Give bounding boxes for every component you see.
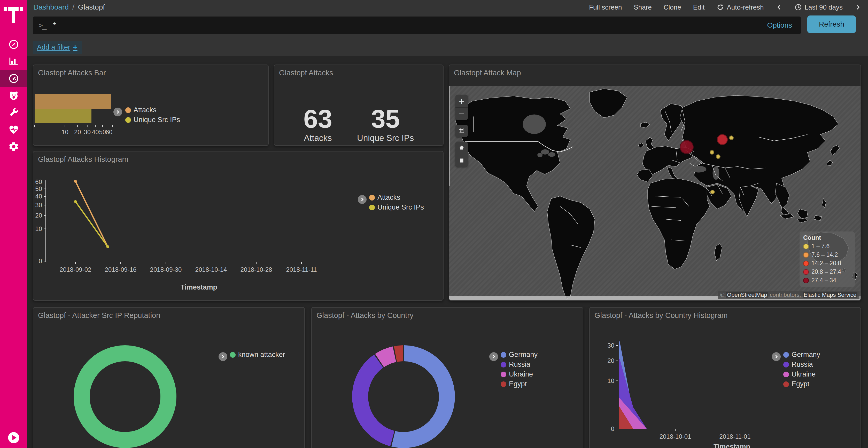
chevron-right-icon: [116, 110, 120, 114]
svg-text:2018-11-11: 2018-11-11: [286, 266, 317, 273]
map-draw-rectangle-button[interactable]: [456, 154, 468, 167]
legend-label: Unique Src IPs: [377, 203, 424, 211]
legend-color-dot: [803, 278, 809, 283]
telekom-logo[interactable]: [4, 4, 23, 26]
area-chart-plot[interactable]: 01020302018-10-012018-11-01Timestamp: [590, 308, 861, 448]
svg-text:60: 60: [106, 129, 113, 136]
time-range-picker[interactable]: Last 90 days: [795, 3, 843, 11]
line-chart-plot[interactable]: 01020304050602018-09-022018-09-162018-09…: [33, 151, 443, 300]
crop-icon: [458, 128, 465, 134]
world-map: [449, 86, 861, 300]
sidebar-expand-button[interactable]: [0, 429, 27, 446]
plus-icon: +: [73, 43, 78, 51]
map-zoom-in-button[interactable]: +: [456, 95, 468, 108]
legend-color-dot: [803, 269, 809, 275]
legend-item-ukraine[interactable]: Ukraine: [783, 370, 815, 378]
sidebar-item-dashboard-gauge[interactable]: [0, 70, 27, 87]
refresh-button[interactable]: Refresh: [807, 15, 856, 33]
svg-text:2018-09-30: 2018-09-30: [150, 266, 182, 273]
map-canvas[interactable]: + −: [449, 86, 861, 300]
legend-range-label: 27.4 – 34: [811, 277, 836, 284]
map-legend-item: 14.2 – 20.8: [803, 260, 851, 267]
svg-text:40: 40: [92, 129, 99, 136]
sidebar: [0, 0, 27, 448]
svg-text:20: 20: [607, 357, 614, 364]
breadcrumb-current: Glastopf: [78, 3, 105, 11]
map-attribution: © OpenStreetMap contributors, Elastic Ma…: [718, 291, 860, 299]
time-range-back-button[interactable]: [776, 4, 782, 10]
legend-toggle-chevron[interactable]: [772, 352, 781, 361]
map-draw-polygon-button[interactable]: [456, 142, 468, 154]
reputation-donut-plot[interactable]: [33, 308, 304, 448]
legend-label: Unique Src IPs: [133, 116, 180, 124]
chevron-right-icon: [360, 197, 365, 202]
chevron-right-icon: [855, 4, 861, 10]
svg-text:2018-10-28: 2018-10-28: [241, 266, 272, 273]
auto-refresh-button[interactable]: Auto-refresh: [716, 3, 764, 11]
legend-item-ukraine[interactable]: Ukraine: [501, 370, 533, 378]
legend-toggle-chevron[interactable]: [489, 352, 498, 361]
legend-item-russia[interactable]: Russia: [783, 360, 813, 369]
bar-chart-icon: [8, 56, 20, 67]
legend-toggle-chevron[interactable]: [358, 195, 367, 204]
sidebar-item-tpot-bear[interactable]: [0, 87, 27, 104]
legend-item-germany[interactable]: Germany: [783, 351, 820, 359]
panel-attacker-src-ip-reputation: Glastopf - Attacker Src IP Reputation kn…: [33, 307, 305, 448]
legend-item-attacks[interactable]: Attacks: [369, 194, 400, 202]
map-fit-bounds-button[interactable]: [456, 125, 468, 137]
legend-toggle-chevron[interactable]: [219, 352, 227, 361]
sidebar-item-discover-compass[interactable]: [0, 36, 27, 53]
time-range-forward-button[interactable]: [855, 4, 861, 10]
query-input[interactable]: >_ * Options: [33, 16, 801, 34]
legend-item-unique-src-ips[interactable]: Unique Src IPs: [369, 203, 424, 211]
ems-link[interactable]: Elastic Maps Service: [803, 291, 858, 298]
legend-label: Attacks: [133, 106, 157, 114]
legend-item-germany[interactable]: Germany: [501, 351, 537, 359]
sidebar-item-management-gear[interactable]: [0, 138, 27, 155]
nav-share-button[interactable]: Share: [634, 3, 652, 11]
svg-text:0: 0: [611, 425, 614, 432]
map-zoom-out-button[interactable]: −: [456, 108, 468, 120]
legend-range-label: 20.8 – 27.4: [811, 268, 841, 275]
legend-item-russia[interactable]: Russia: [501, 360, 530, 369]
legend-range-label: 1 – 7.6: [811, 243, 830, 250]
legend-toggle-chevron[interactable]: [114, 108, 122, 116]
legend-label: Egypt: [792, 380, 809, 388]
refresh-icon: [716, 3, 724, 11]
legend-label: known attacker: [238, 351, 285, 359]
legend-item-attacks[interactable]: Attacks: [125, 106, 157, 114]
legend-label: Attacks: [377, 194, 400, 202]
legend-item-known-attacker[interactable]: known attacker: [230, 351, 285, 359]
heartbeat-icon: [8, 124, 20, 135]
wrench-icon: [8, 107, 20, 118]
add-filter-link[interactable]: Add a filter +: [33, 41, 82, 54]
legend-color-dot: [125, 107, 131, 113]
osm-link[interactable]: OpenStreetMap: [726, 291, 768, 298]
nav-edit-button[interactable]: Edit: [693, 3, 705, 11]
nav-full-screen-button[interactable]: Full screen: [589, 3, 622, 11]
metric: 63Attacks: [304, 106, 332, 143]
metric-value: 35: [357, 106, 414, 132]
map-attack-point: [716, 154, 720, 159]
sidebar-item-visualize-bar-chart[interactable]: [0, 53, 27, 70]
svg-text:50: 50: [99, 129, 106, 136]
console-prompt-icon: >_: [38, 21, 46, 30]
map-legend-item: 20.8 – 27.4: [803, 268, 851, 275]
options-link[interactable]: Options: [767, 21, 792, 29]
panel-title: Glastopf Attack Map: [454, 69, 861, 77]
add-filter-label: Add a filter: [37, 43, 70, 51]
legend-label: Russia: [509, 360, 530, 369]
legend-label: Germany: [509, 351, 537, 359]
bar-chart-plot[interactable]: 102030405060: [33, 65, 268, 145]
sidebar-item-dev-tools-wrench[interactable]: [0, 104, 27, 121]
gauge-icon: [8, 73, 20, 84]
country-donut-plot[interactable]: [312, 308, 583, 448]
nav-clone-button[interactable]: Clone: [664, 3, 681, 11]
kibana-dashboard-app: Dashboard / Glastopf Full screenShareClo…: [0, 0, 868, 448]
legend-item-egypt[interactable]: Egypt: [783, 380, 809, 388]
sidebar-item-monitoring-heartbeat[interactable]: [0, 121, 27, 138]
svg-text:2018-09-02: 2018-09-02: [60, 266, 91, 273]
breadcrumb-dashboard-link[interactable]: Dashboard: [33, 3, 69, 11]
legend-item-unique-src-ips[interactable]: Unique Src IPs: [125, 116, 180, 124]
legend-item-egypt[interactable]: Egypt: [501, 380, 527, 388]
